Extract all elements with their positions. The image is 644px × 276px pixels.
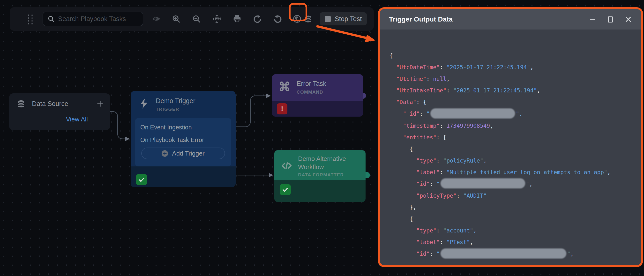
- json-line: "UtcDateTime": "2025-01-17 21:22:45.194"…: [390, 62, 632, 73]
- json-line: "timestamp": 1734979908549,: [390, 120, 632, 132]
- search-input[interactable]: [58, 15, 138, 23]
- json-line: },: [390, 202, 632, 213]
- search-box[interactable]: [42, 12, 143, 26]
- arrowhead: [266, 94, 271, 98]
- add-trigger-button[interactable]: Add Trigger: [141, 148, 225, 159]
- undo-icon[interactable]: [273, 14, 282, 24]
- node-demo-trigger[interactable]: Demo Trigger TRIGGER On Event Ingestion …: [131, 91, 236, 187]
- trigger-output-row[interactable]: On Playbook Task Error: [140, 136, 204, 144]
- view-all-link[interactable]: View All: [66, 116, 88, 123]
- json-line: {: [390, 50, 632, 62]
- node-status-bar: [274, 180, 366, 202]
- node-status-bar: !: [272, 101, 363, 116]
- redacted-value: [440, 178, 525, 188]
- node-title: Data Source: [32, 100, 68, 108]
- trigger-output-data-panel: Trigger Output Data {"UtcDateTime": "202…: [378, 7, 643, 267]
- arrowhead: [125, 137, 130, 141]
- annotation-highlight-ring: [289, 3, 307, 21]
- redacted-value: [430, 108, 515, 118]
- node-status-bar: [131, 166, 236, 187]
- node-type-label: COMMAND: [296, 90, 326, 95]
- command-icon: [279, 81, 290, 92]
- toolbar: Stop Test: [10, 7, 374, 31]
- visibility-icon[interactable]: [152, 14, 161, 24]
- redacted-value: [440, 248, 566, 258]
- node-type-label: DATA FORMATTER: [298, 172, 354, 178]
- code-icon: [281, 161, 292, 170]
- node-title: Error Task: [296, 80, 326, 88]
- lightning-icon: [139, 98, 149, 109]
- trigger-output-row[interactable]: On Event Ingestion: [140, 124, 192, 131]
- success-check-icon: [280, 184, 291, 195]
- node-type-label: TRIGGER: [156, 107, 196, 112]
- json-line: "UtcTime": null,: [390, 73, 632, 85]
- stop-test-button[interactable]: Stop Test: [320, 12, 367, 26]
- json-line: "_id": "",: [390, 108, 632, 120]
- json-line: "UtcIntakeTime": "2025-01-17 21:22:45.19…: [390, 85, 632, 96]
- zoom-in-icon[interactable]: [171, 14, 181, 24]
- database-icon: [16, 99, 26, 108]
- maximize-button[interactable]: [607, 16, 614, 23]
- add-data-source-icon[interactable]: [96, 100, 104, 108]
- json-line: "policyType": "AUDIT": [390, 190, 632, 202]
- search-icon: [48, 15, 55, 22]
- json-line: "label": "PTest",: [390, 236, 632, 248]
- print-icon[interactable]: [232, 14, 242, 24]
- stop-test-label: Stop Test: [334, 15, 362, 23]
- redo-icon[interactable]: [252, 14, 262, 24]
- panel-title: Trigger Output Data: [389, 16, 453, 23]
- json-line: "type": "account",: [390, 225, 632, 236]
- node-title: Demo Trigger: [156, 97, 196, 105]
- minimize-button[interactable]: [589, 16, 596, 23]
- drag-handle-icon[interactable]: [27, 14, 34, 25]
- json-viewer[interactable]: {"UtcDateTime": "2025-01-17 21:22:45.194…: [380, 30, 641, 265]
- node-data-source[interactable]: Data Source View All: [9, 93, 110, 130]
- json-line: "type": "policyRule",: [390, 155, 632, 166]
- node-error-task[interactable]: Error Task COMMAND !: [272, 74, 363, 116]
- json-line: "Data": {: [390, 96, 632, 108]
- stop-icon: [325, 16, 331, 22]
- zoom-out-icon[interactable]: [192, 14, 201, 24]
- error-exclamation-icon: !: [277, 103, 288, 114]
- json-line: "id": "",: [390, 248, 632, 260]
- json-line: {: [390, 143, 632, 155]
- plus-circle-icon: [162, 150, 168, 157]
- close-button[interactable]: [625, 16, 632, 23]
- json-line: "entities": [: [390, 132, 632, 143]
- success-check-icon: [136, 174, 147, 185]
- trigger-outputs-panel: On Event Ingestion On Playbook Task Erro…: [135, 118, 231, 166]
- add-trigger-label: Add Trigger: [172, 150, 204, 157]
- panel-header[interactable]: Trigger Output Data: [380, 9, 641, 30]
- node-title: Demo Alternative Workflow: [298, 154, 354, 171]
- json-line: "id": "",: [390, 178, 632, 190]
- node-demo-alternative-workflow[interactable]: Demo Alternative Workflow DATA FORMATTER: [274, 150, 366, 202]
- playbook-editor: { "toolbar": { "search_placeholder": "Se…: [0, 0, 644, 276]
- json-line: {: [390, 213, 632, 225]
- arrowhead: [269, 173, 273, 177]
- json-line: "label": "Multiple failed user log on at…: [390, 166, 632, 178]
- fit-view-icon[interactable]: [212, 14, 222, 24]
